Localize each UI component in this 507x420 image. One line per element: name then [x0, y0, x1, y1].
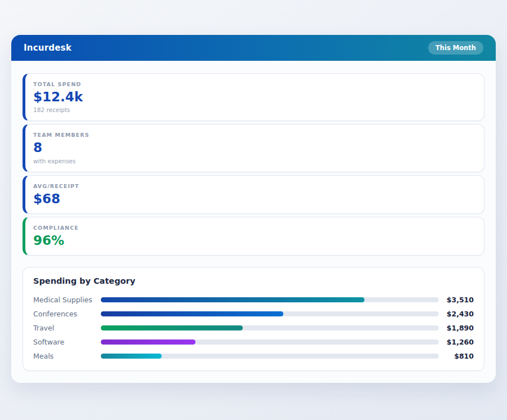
stat-card: AVG/RECEIPT $68 [23, 175, 484, 214]
stat-value: $12.4k [33, 90, 474, 104]
category-row: Travel $1,890 [33, 321, 474, 335]
category-label: Travel [33, 324, 101, 332]
stat-card: COMPLIANCE 96% [23, 217, 484, 256]
stat-value: 96% [33, 234, 474, 248]
bar-fill [101, 311, 283, 316]
stat-subtext: 182 receipts [33, 106, 474, 113]
bar-track [101, 354, 439, 359]
section-title: Spending by Category [33, 276, 474, 285]
dashboard-content: TOTAL SPEND $12.4k 182 receipts TEAM MEM… [11, 61, 496, 383]
category-row: Conferences $2,430 [33, 307, 474, 321]
category-amount: $1,260 [439, 338, 474, 346]
bar-fill [101, 339, 195, 345]
stat-label: AVG/RECEIPT [33, 183, 474, 189]
stat-value: $68 [33, 192, 474, 206]
stat-card-list: TOTAL SPEND $12.4k 182 receipts TEAM MEM… [23, 73, 484, 256]
category-label: Software [33, 338, 101, 346]
bar-track [101, 339, 439, 345]
bar-track [101, 297, 439, 302]
category-amount: $2,430 [439, 310, 474, 318]
category-label: Meals [33, 352, 101, 360]
stat-label: COMPLIANCE [33, 225, 474, 231]
app-header: Incurdesk This Month [11, 35, 496, 61]
category-row: Software $1,260 [33, 335, 474, 349]
stat-value: 8 [33, 141, 474, 155]
stat-card: TEAM MEMBERS 8 with expenses [23, 124, 484, 172]
bar-fill [101, 325, 243, 330]
category-label: Medical Supplies [33, 296, 101, 304]
category-amount: $1,890 [439, 324, 474, 332]
bar-fill [101, 354, 162, 359]
category-row: Medical Supplies $3,510 [33, 293, 474, 307]
stat-label: TOTAL SPEND [33, 81, 474, 87]
spending-by-category-card: Spending by Category Medical Supplies $3… [23, 267, 484, 371]
stat-label: TEAM MEMBERS [33, 132, 474, 138]
app-container: Incurdesk This Month TOTAL SPEND $12.4k … [11, 35, 496, 383]
category-amount: $810 [439, 352, 474, 360]
stat-subtext: with expenses [33, 158, 474, 164]
category-row-list: Medical Supplies $3,510 Conferences $2,4… [33, 293, 474, 363]
bar-track [101, 311, 439, 316]
category-row: Meals $810 [33, 349, 474, 363]
bar-fill [101, 297, 364, 302]
app-title: Incurdesk [24, 43, 72, 53]
stat-card: TOTAL SPEND $12.4k 182 receipts [23, 73, 484, 121]
period-badge[interactable]: This Month [428, 41, 483, 55]
bar-track [101, 325, 439, 330]
category-amount: $3,510 [439, 296, 474, 304]
category-label: Conferences [33, 310, 101, 318]
